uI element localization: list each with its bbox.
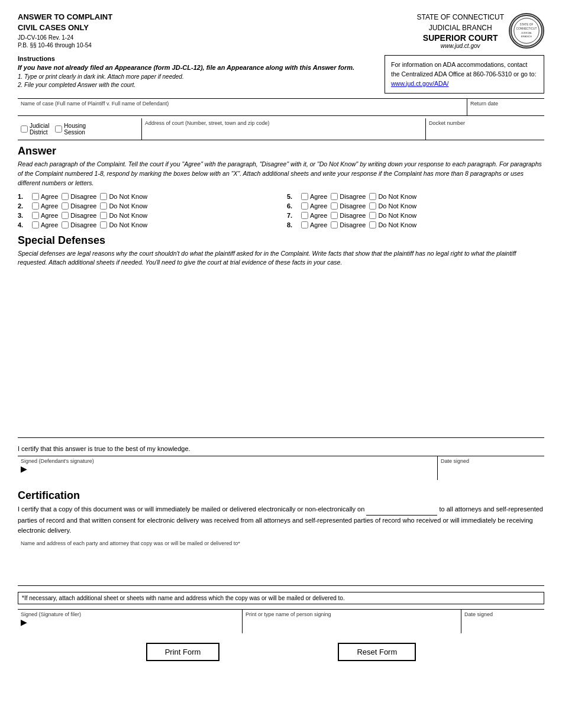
donotknow-6-checkbox[interactable]	[369, 202, 376, 210]
donotknow-3-checkbox[interactable]	[100, 212, 107, 219]
disagree-4-option[interactable]: Disagree	[62, 221, 96, 228]
answer-instructions: Read each paragraph of the Complaint. Te…	[18, 160, 544, 188]
date-signed-input[interactable]	[441, 464, 541, 471]
pb-ref: P.B. §§ 10-46 through 10-54	[18, 42, 355, 49]
agree-6-option[interactable]: Agree	[301, 202, 327, 210]
agree-4-checkbox[interactable]	[32, 221, 39, 228]
name-address-textarea[interactable]	[21, 546, 541, 582]
disagree-3-option[interactable]: Disagree	[62, 212, 96, 219]
agree-8-option[interactable]: Agree	[301, 221, 327, 228]
return-date-label: Return date	[470, 101, 541, 107]
instructions-block: Instructions If you have not already fil…	[18, 55, 373, 94]
donotknow-8-option[interactable]: Do Not Know	[369, 221, 416, 228]
print-name-input[interactable]	[246, 617, 458, 624]
signed-row: Signed (Defendant's signature) ▶ Date si…	[18, 456, 544, 480]
agree-5-checkbox[interactable]	[301, 193, 308, 200]
donotknow-1-checkbox[interactable]	[100, 193, 107, 200]
disagree-5-checkbox[interactable]	[331, 193, 338, 200]
agree-7-checkbox[interactable]	[301, 212, 308, 219]
answer-row-2: 2. Agree Disagree Do Not Know	[18, 202, 275, 210]
date-cert-label: Date signed	[464, 611, 541, 617]
housing-session-checkbox[interactable]	[55, 125, 62, 133]
disagree-6-option[interactable]: Disagree	[331, 202, 366, 210]
agree-5-option[interactable]: Agree	[301, 193, 327, 200]
agree-2-checkbox[interactable]	[32, 202, 39, 210]
docket-number-input[interactable]	[429, 126, 541, 133]
donotknow-2-option[interactable]: Do Not Know	[100, 202, 147, 210]
ada-link[interactable]: www.jud.ct.gov/ADA/	[391, 80, 448, 87]
donotknow-8-checkbox[interactable]	[369, 221, 376, 228]
case-name-input[interactable]	[21, 107, 464, 114]
donotknow-2-checkbox[interactable]	[100, 202, 107, 210]
housing-session-label[interactable]: HousingSession	[55, 123, 86, 136]
agree-2-option[interactable]: Agree	[32, 202, 58, 210]
para-num-6: 6.	[287, 202, 298, 210]
judicial-district-label[interactable]: JudicialDistrict	[21, 123, 49, 136]
header-right: STATE OF CONNECTICUT JUDICIAL BRANCH SUP…	[355, 12, 544, 49]
address-court-cell: Address of court (Number, street, town a…	[142, 118, 426, 140]
disagree-5-option[interactable]: Disagree	[331, 193, 366, 200]
agree-8-checkbox[interactable]	[301, 221, 308, 228]
donotknow-3-option[interactable]: Do Not Know	[100, 212, 147, 219]
case-name-cell: Name of case (Full name of Plaintiff v. …	[18, 99, 467, 115]
disagree-2-option[interactable]: Disagree	[62, 202, 96, 210]
svg-text:STATE OF: STATE OF	[520, 23, 534, 26]
buttons-row: Print Form Reset Form	[18, 643, 544, 661]
agree-1-checkbox[interactable]	[32, 193, 39, 200]
agree-4-option[interactable]: Agree	[32, 221, 58, 228]
disagree-1-option[interactable]: Disagree	[62, 193, 96, 200]
svg-text:BRANCH: BRANCH	[521, 34, 532, 37]
disagree-7-checkbox[interactable]	[331, 212, 338, 219]
special-defenses-section: Special Defenses Special defenses are le…	[18, 234, 544, 446]
donotknow-7-option[interactable]: Do Not Know	[369, 212, 416, 219]
disagree-6-checkbox[interactable]	[331, 202, 338, 210]
reset-form-button[interactable]: Reset Form	[338, 643, 416, 661]
agree-3-option[interactable]: Agree	[32, 212, 58, 219]
case-name-label: Name of case (Full name of Plaintiff v. …	[21, 101, 464, 107]
print-name-label: Print or type name of person signing	[246, 611, 458, 617]
footnote-box: *If necessary, attach additional sheet o…	[18, 592, 544, 604]
donotknow-4-option[interactable]: Do Not Know	[100, 221, 147, 228]
donotknow-4-checkbox[interactable]	[100, 221, 107, 228]
return-date-cell: Return date	[467, 99, 544, 115]
disagree-3-checkbox[interactable]	[62, 212, 69, 219]
disagree-7-option[interactable]: Disagree	[331, 212, 366, 219]
special-defenses-instructions: Special defenses are legal reasons why t…	[18, 249, 544, 268]
signed-row-cert: Signed (Signature of filer) ▶ Print or t…	[18, 609, 544, 633]
disagree-2-checkbox[interactable]	[62, 202, 69, 210]
instructions-ada-section: Instructions If you have not already fil…	[18, 55, 544, 94]
signed-label: Signed (Defendant's signature)	[21, 458, 434, 464]
agree-6-checkbox[interactable]	[301, 202, 308, 210]
answer-row-1: 1. Agree Disagree Do Not Know	[18, 193, 275, 200]
para-num-1: 1.	[18, 193, 28, 200]
agree-7-option[interactable]: Agree	[301, 212, 327, 219]
signed-cell: Signed (Defendant's signature) ▶	[18, 456, 438, 480]
agree-1-option[interactable]: Agree	[32, 193, 58, 200]
donotknow-5-checkbox[interactable]	[369, 193, 376, 200]
agree-3-checkbox[interactable]	[32, 212, 39, 219]
return-date-input[interactable]	[470, 107, 541, 114]
disagree-4-checkbox[interactable]	[62, 221, 69, 228]
form-number: JD-CV-106 Rev. 1-24	[18, 34, 355, 41]
judicial-district-checkbox[interactable]	[21, 125, 28, 133]
donotknow-6-option[interactable]: Do Not Know	[369, 202, 416, 210]
address-court-input[interactable]	[145, 126, 422, 133]
certification-date-field[interactable]	[366, 504, 437, 516]
date-cert-input[interactable]	[464, 617, 541, 624]
special-defenses-textarea[interactable]	[18, 272, 544, 438]
cert-signature-arrow: ▶	[21, 617, 239, 627]
instructions-title: Instructions	[18, 55, 373, 62]
para-num-2: 2.	[18, 202, 28, 210]
donotknow-1-option[interactable]: Do Not Know	[100, 193, 147, 200]
disagree-1-checkbox[interactable]	[62, 193, 69, 200]
donotknow-5-option[interactable]: Do Not Know	[369, 193, 416, 200]
para-num-5: 5.	[287, 193, 298, 200]
print-name-cell: Print or type name of person signing	[243, 610, 461, 633]
instructions-item2: 2. File your completed Answer with the c…	[18, 81, 373, 89]
donotknow-7-checkbox[interactable]	[369, 212, 376, 219]
disagree-8-checkbox[interactable]	[331, 221, 338, 228]
disagree-8-option[interactable]: Disagree	[331, 221, 366, 228]
print-form-button[interactable]: Print Form	[146, 643, 220, 661]
certify-text: I certify that this answer is true to th…	[18, 445, 544, 452]
para-num-3: 3.	[18, 212, 28, 219]
